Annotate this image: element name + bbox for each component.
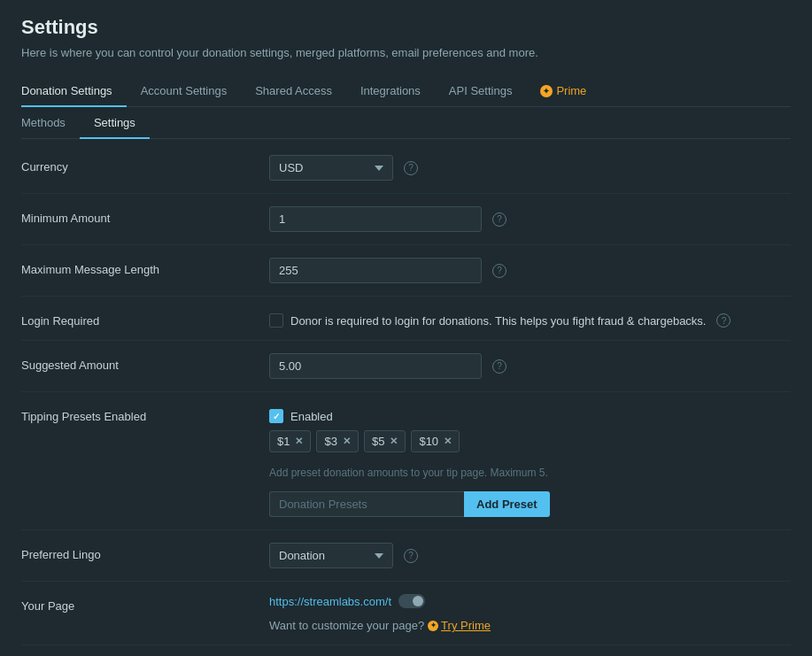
preset-hint: Add preset donation amounts to your tip …	[269, 467, 791, 479]
max-message-length-input[interactable]	[269, 258, 482, 283]
login-required-checkbox[interactable]	[269, 313, 283, 328]
preset-tag-3-value: $5	[372, 435, 384, 448]
your-page-url-container: https://streamlabs.com/t	[269, 594, 425, 608]
nav-item-api-settings[interactable]: API Settings	[435, 75, 527, 106]
your-page-control: https://streamlabs.com/t Want to customi…	[269, 594, 791, 632]
minimum-amount-control: ?	[269, 206, 791, 232]
top-nav: Donation Settings Account Settings Share…	[21, 75, 791, 107]
nav-item-account-settings[interactable]: Account Settings	[127, 75, 242, 106]
allow-pro-viewers-row: Allow Pro Viewers Yes, I love Streamlabs…	[21, 645, 791, 656]
suggested-amount-input[interactable]	[269, 353, 482, 379]
page-customize: Want to customize your page? ✦ Try Prime	[269, 619, 791, 632]
preset-tags: $1 ✕ $3 ✕ $5 ✕ $10 ✕	[269, 430, 791, 452]
suggested-amount-help-icon[interactable]: ?	[492, 359, 507, 374]
sub-nav: Methods Settings	[21, 107, 791, 139]
preferred-lingo-row: Preferred Lingo Donation Tip Contributio…	[21, 530, 791, 582]
preset-tag-1: $1 ✕	[269, 430, 311, 452]
nav-item-integrations[interactable]: Integrations	[346, 75, 435, 106]
minimum-amount-help-icon[interactable]: ?	[492, 212, 507, 227]
login-required-row: Login Required Donor is required to logi…	[21, 297, 791, 341]
preferred-lingo-help-icon[interactable]: ?	[404, 549, 418, 563]
sub-nav-settings[interactable]: Settings	[80, 107, 150, 138]
minimum-amount-input[interactable]	[269, 206, 482, 232]
max-message-length-row: Maximum Message Length ?	[21, 245, 791, 297]
tipping-presets-row: Tipping Presets Enabled Enabled $1 ✕ $3 …	[21, 392, 791, 530]
preset-input-row: Add Preset	[269, 491, 791, 517]
try-prime-icon: ✦	[428, 621, 438, 631]
preferred-lingo-select[interactable]: Donation Tip Contribution	[269, 543, 393, 568]
tipping-presets-checkbox-container: Enabled	[269, 405, 333, 423]
settings-table: Currency USD EUR GBP CAD AUD ? Minimum A…	[21, 143, 791, 656]
suggested-amount-row: Suggested Amount ?	[21, 341, 791, 392]
minimum-amount-row: Minimum Amount ?	[21, 194, 791, 245]
nav-item-donation-settings[interactable]: Donation Settings	[21, 75, 127, 106]
currency-label: Currency	[21, 155, 269, 174]
preset-tag-2: $3 ✕	[316, 430, 358, 452]
preset-tag-2-value: $3	[324, 435, 336, 448]
tipping-presets-checkbox[interactable]	[269, 409, 283, 423]
preset-tag-1-remove[interactable]: ✕	[295, 436, 303, 447]
suggested-amount-control: ?	[269, 353, 791, 379]
your-page-label: Your Page	[21, 594, 269, 613]
currency-row: Currency USD EUR GBP CAD AUD ?	[21, 143, 791, 194]
max-message-length-control: ?	[269, 258, 791, 283]
preset-input[interactable]	[269, 491, 464, 517]
minimum-amount-label: Minimum Amount	[21, 206, 269, 225]
login-required-control: Donor is required to login for donations…	[269, 309, 791, 328]
preset-tag-3-remove[interactable]: ✕	[390, 436, 398, 447]
tipping-presets-checkbox-label: Enabled	[290, 410, 333, 423]
page-subtitle: Here is where you can control your donat…	[21, 46, 791, 59]
max-message-length-help-icon[interactable]: ?	[492, 264, 507, 278]
customize-text: Want to customize your page?	[269, 619, 424, 632]
preset-tag-1-value: $1	[277, 435, 290, 448]
currency-help-icon[interactable]: ?	[404, 161, 418, 175]
preset-tag-4-remove[interactable]: ✕	[444, 436, 452, 447]
preset-tag-4: $10 ✕	[411, 430, 460, 452]
login-required-help-icon[interactable]: ?	[716, 313, 731, 328]
sub-nav-methods[interactable]: Methods	[21, 107, 80, 138]
nav-item-shared-access[interactable]: Shared Access	[241, 75, 346, 106]
login-required-checkbox-label: Donor is required to login for donations…	[290, 314, 706, 328]
add-preset-button[interactable]: Add Preset	[464, 491, 550, 517]
try-prime-label: Try Prime	[441, 619, 491, 632]
your-page-url-text[interactable]: https://streamlabs.com/t	[269, 595, 391, 608]
your-page-toggle[interactable]	[398, 594, 425, 608]
login-required-checkbox-container: Donor is required to login for donations…	[269, 309, 731, 328]
tipping-presets-control: Enabled $1 ✕ $3 ✕ $5 ✕	[269, 405, 791, 517]
preset-tag-2-remove[interactable]: ✕	[343, 436, 351, 447]
nav-item-prime[interactable]: ✦ Prime	[526, 75, 600, 106]
page-title: Settings	[21, 16, 791, 39]
login-required-label: Login Required	[21, 309, 269, 328]
preset-tag-3: $5 ✕	[364, 430, 406, 452]
prime-icon: ✦	[540, 85, 553, 97]
preset-tag-4-value: $10	[419, 435, 438, 448]
tipping-presets-label: Tipping Presets Enabled	[21, 405, 269, 423]
preferred-lingo-label: Preferred Lingo	[21, 543, 269, 561]
your-page-row: Your Page https://streamlabs.com/t Want …	[21, 582, 791, 645]
currency-select[interactable]: USD EUR GBP CAD AUD	[269, 155, 393, 181]
try-prime-link[interactable]: ✦ Try Prime	[428, 619, 491, 632]
max-message-length-label: Maximum Message Length	[21, 258, 269, 276]
currency-control: USD EUR GBP CAD AUD ?	[269, 155, 791, 181]
suggested-amount-label: Suggested Amount	[21, 353, 269, 372]
preferred-lingo-control: Donation Tip Contribution ?	[269, 543, 791, 568]
